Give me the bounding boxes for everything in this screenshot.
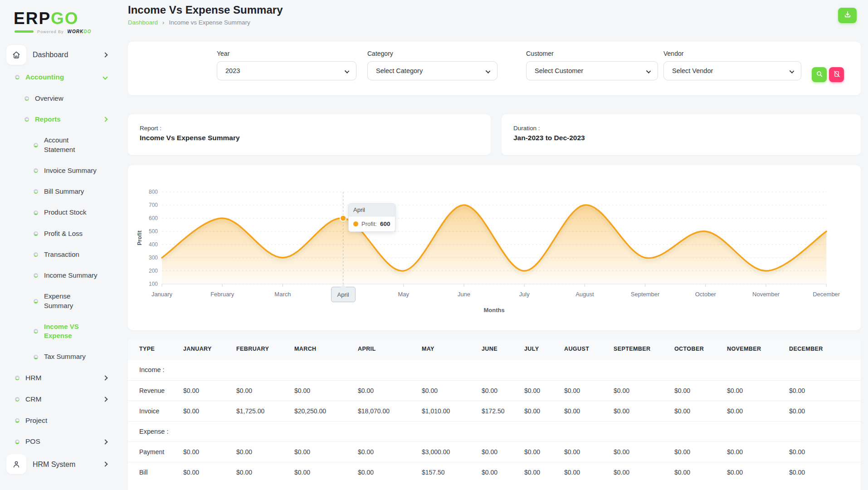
- sidebar-item-label: Project: [25, 416, 47, 426]
- sidebar-item-tax-summary[interactable]: Tax Summary: [0, 346, 116, 367]
- cell-value: $0.00: [422, 380, 482, 401]
- chevron-down-icon: [646, 69, 651, 74]
- cell-value: $1,010.00: [422, 401, 482, 421]
- sidebar-item-income-summary[interactable]: Income Summary: [0, 265, 116, 286]
- cell-value: $0.00: [183, 401, 236, 421]
- cell-value: $0.00: [674, 462, 727, 482]
- cell-value: $0.00: [674, 401, 727, 421]
- sidebar-item-label: Account Statement: [44, 136, 101, 154]
- section-label: Income :: [128, 360, 861, 380]
- sidebar-item-hrm-system[interactable]: HRM System: [0, 452, 116, 476]
- category-filter-group: CategorySelect Category: [367, 50, 497, 80]
- sidebar-item-accounting[interactable]: Accounting: [0, 67, 116, 88]
- sidebar-item-expense-summary[interactable]: Expense Summary: [0, 286, 116, 316]
- svg-text:200: 200: [149, 268, 158, 274]
- cell-value: $0.00: [183, 441, 236, 462]
- cell-value: $0.00: [236, 441, 294, 462]
- svg-text:300: 300: [149, 255, 158, 261]
- sidebar-item-label: HRM: [25, 373, 41, 383]
- column-header-july: JULY: [524, 338, 564, 360]
- sidebar-item-project[interactable]: Project: [0, 410, 116, 431]
- bullet-icon: [24, 117, 29, 122]
- sidebar-item-label: Expense Summary: [44, 292, 101, 310]
- cell-value: $0.00: [183, 462, 236, 482]
- sidebar-item-label: Transaction: [44, 250, 79, 259]
- bullet-icon: [15, 376, 20, 380]
- cell-value: $0.00: [614, 441, 674, 462]
- column-header-february: FEBRUARY: [236, 338, 294, 360]
- sidebar-item-dashboard[interactable]: Dashboard: [0, 43, 116, 67]
- sidebar-item-label: Product Stock: [44, 208, 86, 217]
- report-card: Report : Income Vs Expense Summary: [128, 114, 491, 155]
- bullet-icon: [34, 168, 38, 173]
- cell-value: $0.00: [524, 462, 564, 482]
- income-expense-table: TYPEJANUARYFEBRUARYMARCHAPRILMAYJUNEJULY…: [128, 338, 861, 482]
- sidebar-item-transaction[interactable]: Transaction: [0, 244, 116, 265]
- column-header-august: AUGUST: [564, 338, 614, 360]
- chevron-right-icon: [102, 397, 107, 402]
- tooltip-series-dot: [353, 221, 358, 226]
- sidebar-nav: DashboardAccountingOverviewReportsAccoun…: [0, 43, 116, 476]
- sidebar-item-label: Tax Summary: [44, 352, 86, 361]
- app-logo: ERPGO Powered By WORKDO: [0, 6, 116, 35]
- vendor-filter-group: VendorSelect Vendor: [663, 50, 801, 80]
- download-button[interactable]: [838, 8, 857, 23]
- sidebar-item-label: Dashboard: [33, 50, 68, 60]
- sidebar-item-label: Income Summary: [44, 271, 98, 280]
- breadcrumb: Dashboard › Income vs Expense Summary: [128, 19, 250, 26]
- sidebar-item-income-vs-expense[interactable]: Income VS Expense: [0, 316, 116, 347]
- cell-value: $0.00: [358, 462, 422, 482]
- sidebar-item-profit-loss[interactable]: Profit & Loss: [0, 223, 116, 244]
- breadcrumb-dashboard-link[interactable]: Dashboard: [128, 19, 158, 26]
- cell-value: $0.00: [524, 441, 564, 462]
- svg-text:March: March: [274, 291, 291, 298]
- sidebar-item-reports[interactable]: Reports: [0, 109, 116, 130]
- page-title: Income Vs Expense Summary: [128, 4, 283, 16]
- user-icon: [6, 454, 26, 474]
- svg-text:December: December: [813, 291, 840, 298]
- table-row-bill: Bill$0.00$0.00$0.00$0.00$157.50$0.00$0.0…: [128, 462, 861, 482]
- cell-value: $0.00: [789, 441, 861, 462]
- cell-value: $0.00: [482, 441, 524, 462]
- bullet-icon: [15, 418, 20, 423]
- section-row-income: Income :: [128, 360, 861, 380]
- sidebar-item-label: HRM System: [33, 460, 75, 470]
- svg-text:Profit: Profit: [137, 230, 143, 245]
- profit-area-chart: 800700600500400300200100JanuaryFebruaryM…: [128, 165, 861, 330]
- row-type: Invoice: [128, 401, 183, 421]
- apply-filter-button[interactable]: [812, 67, 827, 82]
- tooltip-series-label: Profit:: [361, 220, 377, 227]
- customer-select[interactable]: Select Customer: [526, 61, 658, 80]
- sidebar-item-crm[interactable]: CRM: [0, 389, 116, 410]
- chevron-down-icon: [102, 75, 107, 80]
- svg-text:700: 700: [149, 202, 158, 208]
- customer-label: Customer: [526, 50, 658, 57]
- svg-text:400: 400: [149, 241, 158, 248]
- vendor-select[interactable]: Select Vendor: [663, 61, 801, 80]
- sidebar-item-product-stock[interactable]: Product Stock: [0, 202, 116, 223]
- sidebar-item-hrm[interactable]: HRM: [0, 368, 116, 389]
- svg-text:800: 800: [149, 189, 158, 195]
- bullet-icon: [34, 211, 38, 215]
- x-axis-cursor-label: April: [331, 287, 356, 302]
- sidebar-item-pos[interactable]: POS: [0, 431, 116, 452]
- filter-card: Year2023CategorySelect CategoryCustomerS…: [128, 42, 861, 95]
- cell-value: $0.00: [294, 441, 358, 462]
- reset-filter-button[interactable]: [829, 67, 844, 82]
- report-value: Income Vs Expense Summary: [140, 134, 479, 142]
- sidebar-item-account-statement[interactable]: Account Statement: [0, 130, 116, 160]
- cell-value: $0.00: [727, 462, 789, 482]
- report-label: Report :: [140, 125, 479, 132]
- income-expense-table-card: TYPEJANUARYFEBRUARYMARCHAPRILMAYJUNEJULY…: [128, 338, 861, 490]
- year-select[interactable]: 2023: [217, 61, 356, 80]
- bullet-icon: [34, 329, 38, 333]
- category-select[interactable]: Select Category: [367, 61, 497, 80]
- sidebar-item-invoice-summary[interactable]: Invoice Summary: [0, 160, 116, 181]
- category-label: Category: [367, 50, 497, 57]
- sidebar-item-bill-summary[interactable]: Bill Summary: [0, 181, 116, 202]
- sidebar-item-overview[interactable]: Overview: [0, 88, 116, 109]
- bullet-icon: [15, 440, 20, 444]
- bullet-icon: [34, 299, 38, 304]
- filter-off-icon: [833, 70, 840, 79]
- bullet-icon: [34, 273, 38, 278]
